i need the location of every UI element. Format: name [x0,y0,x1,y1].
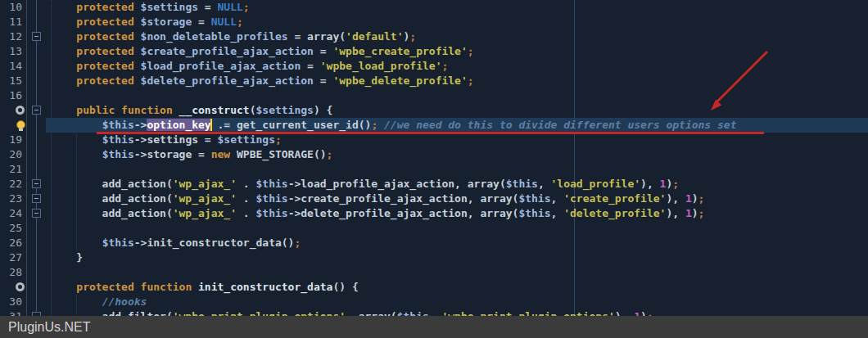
code-line[interactable]: 20 $this->storage = new WPBE_STORAGE(); [0,147,868,162]
line-number[interactable]: 12 [0,29,22,44]
code-text[interactable]: protected function init_constructor_data… [51,280,359,295]
override-method-icon[interactable] [16,106,25,115]
token: ; [468,45,474,57]
line-number[interactable]: 25 [0,221,22,236]
token [51,1,76,13]
code-text[interactable]: protected $load_profile_ajax_action = 'w… [51,59,448,74]
code-text[interactable]: } [51,250,83,265]
token [51,104,76,116]
selected-text: option_key [147,119,210,131]
code-text[interactable]: protected $delete_profile_ajax_action = … [51,74,474,88]
code-line[interactable]: 11 protected $storage = NULL; [0,15,868,29]
override-method-icon[interactable] [16,282,25,291]
token: . [237,178,255,190]
code-line[interactable]: 25 [0,221,868,236]
token: ->storage = [134,148,211,160]
token: ; [409,30,416,43]
code-text[interactable]: protected $storage = NULL; [51,15,243,29]
fold-marker[interactable] [32,194,41,203]
code-line[interactable]: 14 protected $load_profile_ajax_action =… [0,59,868,74]
code-line[interactable]: 24 add_action('wp_ajax_' . $this->delete… [0,206,868,221]
code-line[interactable]: 27 } [0,250,868,265]
token [173,104,179,116]
token: , [551,207,564,219]
line-number[interactable]: 28 [0,265,22,280]
fold-marker[interactable] [32,209,41,218]
code-text[interactable]: add_action('wp_ajax_' . $this->create_pr… [51,192,704,206]
code-line[interactable]: 10 protected $settings = NULL; [0,0,868,15]
code-text[interactable]: $this->settings = $settings; [51,133,282,147]
token [51,60,76,72]
line-number[interactable]: 21 [0,162,22,177]
token: $settings [218,133,275,146]
token: ; [294,237,301,249]
line-number[interactable]: 16 [0,88,22,103]
code-text[interactable]: protected $create_profile_ajax_action = … [51,44,474,59]
token [134,30,141,43]
fold-marker[interactable] [32,106,41,115]
code-line[interactable]: 13 protected $create_profile_ajax_action… [0,44,868,59]
code-line[interactable]: protected function init_constructor_data… [0,280,868,295]
line-number[interactable]: 24 [0,206,22,221]
code-text[interactable]: add_action('wp_ajax_' . $this->delete_pr… [51,206,704,221]
token: () { [332,281,358,293]
code-line[interactable]: 22 add_action('wp_ajax_' . $this->load_p… [0,177,868,192]
code-text[interactable]: protected $non_deletable_profiles = arra… [51,29,416,44]
line-number[interactable]: 23 [0,192,22,206]
line-number[interactable]: 14 [0,59,22,74]
code-text[interactable]: add_action('wp_ajax_' . $this->load_prof… [51,177,679,192]
line-number[interactable]: 27 [0,250,22,265]
token: 'delete_profile' [563,207,666,219]
token [51,133,102,146]
token: ; [441,60,448,72]
token: $this [255,207,287,219]
token: 'wpbe_print_plugin_options' [173,310,346,316]
token: protected [76,74,133,87]
token: ), [640,178,659,190]
line-number[interactable]: 15 [0,74,22,88]
line-number[interactable]: 19 [0,133,22,147]
code-line[interactable]: 12 protected $non_deletable_profiles = a… [0,29,868,44]
code-line[interactable]: 30 //hooks [0,295,868,309]
token [115,104,121,116]
token: WPBE_STORAGE() [230,148,326,160]
line-number[interactable]: 10 [0,0,22,15]
token: = [314,45,332,57]
token: . [237,192,255,205]
token: ; [698,207,705,219]
code-line[interactable]: 23 add_action('wp_ajax_' . $this->create… [0,192,868,206]
line-number[interactable]: 13 [0,44,22,59]
code-text[interactable]: add_filter('wpbe_print_plugin_options', … [51,309,653,316]
code-line[interactable]: 26 $this->init_constructor_data(); [0,236,868,250]
code-text[interactable]: $this->init_constructor_data(); [51,236,301,250]
code-line[interactable]: $this->option_key .= get_current_user_id… [0,118,868,133]
line-number[interactable]: 30 [0,295,22,309]
fold-marker[interactable] [32,179,41,188]
code-line[interactable]: 21 [0,162,868,177]
line-number[interactable]: 26 [0,236,22,250]
code-editor-area[interactable]: 10 protected $settings = NULL;11 protect… [0,0,868,316]
fold-marker[interactable] [32,32,41,41]
token: , [538,178,551,190]
code-text[interactable]: public function __construct($settings) { [51,103,332,118]
code-line[interactable]: 16 [0,88,868,103]
token: $settings [255,104,313,116]
code-text[interactable]: $this->option_key .= get_current_user_id… [51,118,737,133]
code-text[interactable]: protected $settings = NULL; [51,0,250,15]
intention-bulb-icon[interactable] [16,120,25,129]
code-line[interactable]: 28 [0,265,868,280]
token: $this [102,148,134,160]
token: 1 [685,192,692,205]
code-line[interactable]: 31 add_filter('wpbe_print_plugin_options… [0,309,868,316]
code-line[interactable]: public function __construct($settings) { [0,103,868,118]
code-line[interactable]: 15 protected $delete_profile_ajax_action… [0,74,868,88]
token: $this [518,192,550,205]
line-number[interactable]: 22 [0,177,22,192]
code-line[interactable]: 19 $this->settings = $settings; [0,133,868,147]
line-number[interactable]: 11 [0,15,22,29]
code-text[interactable]: //hooks [51,295,147,309]
line-number[interactable]: 31 [0,309,22,316]
code-text[interactable]: $this->storage = new WPBE_STORAGE(); [51,147,332,162]
line-number[interactable]: 20 [0,147,22,162]
token: NULL [211,16,237,28]
